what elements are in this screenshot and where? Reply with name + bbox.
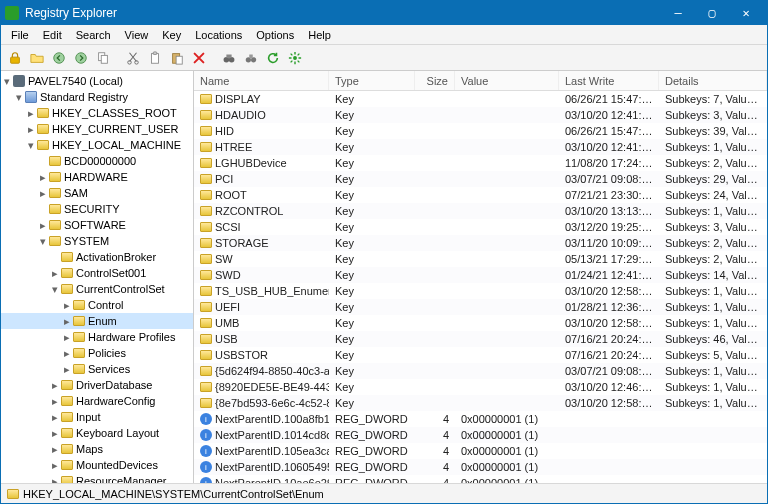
menu-search[interactable]: Search — [70, 27, 117, 43]
menu-locations[interactable]: Locations — [189, 27, 248, 43]
row-last-write: 03/10/20 12:58:21 — [559, 397, 659, 409]
maximize-button[interactable]: ▢ — [695, 1, 729, 25]
row-details: Subkeys: 5, Values: 0 — [659, 349, 767, 361]
tree-key[interactable]: ▸MountedDevices — [1, 457, 193, 473]
col-name[interactable]: Name — [194, 71, 329, 90]
refresh-icon[interactable] — [263, 48, 283, 68]
table-row[interactable]: UEFIKey01/28/21 12:36:54Subkeys: 1, Valu… — [194, 299, 767, 315]
table-row[interactable]: SCSIKey03/12/20 19:25:17Subkeys: 3, Valu… — [194, 219, 767, 235]
nav-back-icon[interactable] — [49, 48, 69, 68]
table-row[interactable]: USBKey07/16/21 20:24:53Subkeys: 46, Valu… — [194, 331, 767, 347]
table-row[interactable]: {8e7bd593-6e6c-4c52-86a6-771754…Key03/10… — [194, 395, 767, 411]
col-type[interactable]: Type — [329, 71, 415, 90]
tree-key[interactable]: ▸Control — [1, 297, 193, 313]
table-row[interactable]: LGHUBDeviceKey11/08/20 17:24:22Subkeys: … — [194, 155, 767, 171]
tree-key[interactable]: SECURITY — [1, 201, 193, 217]
menu-help[interactable]: Help — [302, 27, 337, 43]
table-row[interactable]: PCIKey03/07/21 09:08:20Subkeys: 29, Valu… — [194, 171, 767, 187]
paste-icon[interactable] — [167, 48, 187, 68]
table-row[interactable]: {8920EDE5E-BE49-443c-A0B3-005D7…Key03/10… — [194, 379, 767, 395]
row-details: Subkeys: 2, Values: 0 — [659, 253, 767, 265]
tree-root[interactable]: ▾PAVEL7540 (Local) — [1, 73, 193, 89]
tree-key[interactable]: ▸Input — [1, 409, 193, 425]
svg-point-16 — [293, 56, 297, 60]
table-row[interactable]: ROOTKey07/21/21 23:30:30Subkeys: 24, Val… — [194, 187, 767, 203]
row-name: SWD — [215, 269, 241, 281]
tree-key[interactable]: ▸Keyboard Layout — [1, 425, 193, 441]
tree-hive[interactable]: ▾Standard Registry — [1, 89, 193, 105]
copy-icon[interactable] — [93, 48, 113, 68]
menu-view[interactable]: View — [119, 27, 155, 43]
row-name: SCSI — [215, 221, 241, 233]
close-button[interactable]: ✕ — [729, 1, 763, 25]
col-details[interactable]: Details — [659, 71, 767, 90]
gear-icon[interactable] — [285, 48, 305, 68]
table-row[interactable]: iNextParentID.100a8fb1.6REG_DWORD40x0000… — [194, 411, 767, 427]
row-last-write: 03/07/21 09:08:23 — [559, 365, 659, 377]
tree-key[interactable]: ▸DriverDatabase — [1, 377, 193, 393]
tree-key[interactable]: ▸Services — [1, 361, 193, 377]
lock-icon[interactable] — [5, 48, 25, 68]
titlebar[interactable]: Registry Explorer — ▢ ✕ — [1, 1, 767, 25]
clipboard-icon[interactable] — [145, 48, 165, 68]
folder-open-icon[interactable] — [27, 48, 47, 68]
list-body[interactable]: DISPLAYKey06/26/21 15:47:49Subkeys: 7, V… — [194, 91, 767, 483]
tree-key[interactable]: ▸Hardware Profiles — [1, 329, 193, 345]
table-row[interactable]: TS_USB_HUB_EnumeratorKey03/10/20 12:58:3… — [194, 283, 767, 299]
tree-key[interactable]: ▸HKEY_CURRENT_USER — [1, 121, 193, 137]
find-icon[interactable] — [241, 48, 261, 68]
tree-key[interactable]: ▸HARDWARE — [1, 169, 193, 185]
table-row[interactable]: iNextParentID.10605495.7REG_DWORD40x0000… — [194, 459, 767, 475]
tree-key[interactable]: ▸ResourceManager — [1, 473, 193, 483]
app-title: Registry Explorer — [25, 6, 661, 20]
tree-key[interactable]: ▾SYSTEM — [1, 233, 193, 249]
table-row[interactable]: UMBKey03/10/20 12:58:32Subkeys: 1, Value… — [194, 315, 767, 331]
tree-key[interactable]: ▸Policies — [1, 345, 193, 361]
col-value[interactable]: Value — [455, 71, 559, 90]
tree-key[interactable]: ▾HKEY_LOCAL_MACHINE — [1, 137, 193, 153]
table-row[interactable]: iNextParentID.1014cd8c.8REG_DWORD40x0000… — [194, 427, 767, 443]
folder-icon — [37, 108, 49, 118]
row-type: Key — [329, 365, 415, 377]
table-row[interactable]: HDAUDIOKey03/10/20 12:41:40Subkeys: 3, V… — [194, 107, 767, 123]
minimize-button[interactable]: — — [661, 1, 695, 25]
table-row[interactable]: iNextParentID.105ea3ca.7REG_DWORD40x0000… — [194, 443, 767, 459]
binoculars-icon[interactable] — [219, 48, 239, 68]
table-row[interactable]: {5d624f94-8850-40c3-a3fa-a4fd208…Key03/0… — [194, 363, 767, 379]
table-row[interactable]: HIDKey06/26/21 15:47:49Subkeys: 39, Valu… — [194, 123, 767, 139]
table-row[interactable]: SWKey05/13/21 17:29:08Subkeys: 2, Values… — [194, 251, 767, 267]
table-row[interactable]: HTREEKey03/10/20 12:41:24Subkeys: 1, Val… — [194, 139, 767, 155]
row-type: Key — [329, 397, 415, 409]
tree-key-selected[interactable]: ▸Enum — [1, 313, 193, 329]
table-row[interactable]: iNextParentID.10ae6e29.3REG_DWORD40x0000… — [194, 475, 767, 483]
tree-key[interactable]: ▸Maps — [1, 441, 193, 457]
cut-icon[interactable] — [123, 48, 143, 68]
menu-key[interactable]: Key — [156, 27, 187, 43]
delete-icon[interactable] — [189, 48, 209, 68]
table-row[interactable]: STORAGEKey03/11/20 10:09:56Subkeys: 2, V… — [194, 235, 767, 251]
row-details: Subkeys: 1, Values: 0 — [659, 285, 767, 297]
tree-key[interactable]: BCD00000000 — [1, 153, 193, 169]
app-icon — [5, 6, 19, 20]
table-row[interactable]: USBSTORKey07/16/21 20:24:53Subkeys: 5, V… — [194, 347, 767, 363]
menu-file[interactable]: File — [5, 27, 35, 43]
col-last-write[interactable]: Last Write — [559, 71, 659, 90]
nav-forward-icon[interactable] — [71, 48, 91, 68]
col-size[interactable]: Size — [415, 71, 455, 90]
table-row[interactable]: SWDKey01/24/21 12:41:37Subkeys: 14, Valu… — [194, 267, 767, 283]
tree-key[interactable]: ▸HardwareConfig — [1, 393, 193, 409]
tree-key[interactable]: ActivationBroker — [1, 249, 193, 265]
tree-key[interactable]: ▸HKEY_CLASSES_ROOT — [1, 105, 193, 121]
table-row[interactable]: DISPLAYKey06/26/21 15:47:49Subkeys: 7, V… — [194, 91, 767, 107]
folder-icon — [200, 222, 212, 232]
row-details: Subkeys: 1, Values: 0 — [659, 397, 767, 409]
tree-pane[interactable]: ▾PAVEL7540 (Local) ▾Standard Registry ▸H… — [1, 71, 194, 483]
menu-edit[interactable]: Edit — [37, 27, 68, 43]
table-row[interactable]: RZCONTROLKey03/10/20 13:13:48Subkeys: 1,… — [194, 203, 767, 219]
tree-key[interactable]: ▸ControlSet001 — [1, 265, 193, 281]
menu-options[interactable]: Options — [250, 27, 300, 43]
folder-icon — [200, 110, 212, 120]
tree-key[interactable]: ▸SOFTWARE — [1, 217, 193, 233]
tree-key[interactable]: ▸SAM — [1, 185, 193, 201]
tree-key[interactable]: ▾CurrentControlSet — [1, 281, 193, 297]
